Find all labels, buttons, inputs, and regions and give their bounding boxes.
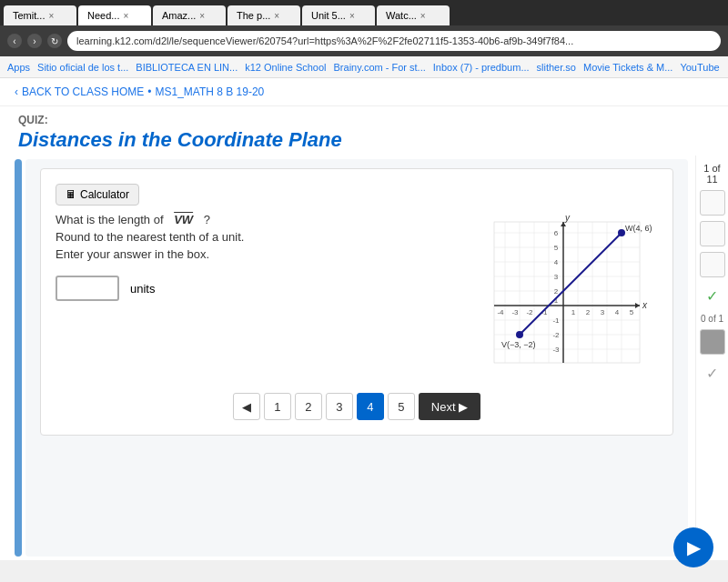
- tab-close-3[interactable]: ×: [199, 11, 205, 21]
- unit-label: units: [130, 282, 155, 296]
- url-bar[interactable]: learning.k12.com/d2l/le/sequenceViewer/6…: [67, 31, 721, 51]
- graph-svg: x y -4 -3 -2 -1 1 2 3 4 5: [476, 213, 658, 372]
- tab-4[interactable]: The p... ×: [228, 5, 300, 25]
- svg-text:2: 2: [554, 287, 559, 296]
- svg-point-44: [618, 229, 625, 236]
- svg-text:-2: -2: [526, 308, 533, 316]
- back-navigation[interactable]: ‹ BACK TO CLASS HOME • MS1_MATH 8 B 19-2…: [0, 78, 728, 106]
- sidebar-check-icon: ✓: [700, 283, 725, 308]
- browser-chrome: Temit... × Need... × Amaz... × The p... …: [0, 0, 728, 56]
- svg-text:4: 4: [615, 308, 620, 316]
- svg-text:x: x: [642, 300, 648, 310]
- content-area: 🖩 Calculator What is the length of VW ? …: [0, 156, 728, 560]
- bookmark-inbox[interactable]: Inbox (7) - predbum...: [433, 62, 530, 73]
- tab-close-5[interactable]: ×: [349, 11, 355, 21]
- svg-text:y: y: [564, 213, 571, 223]
- tab-close-4[interactable]: ×: [274, 11, 279, 21]
- calculator-button[interactable]: 🖩 Calculator: [56, 184, 139, 206]
- quiz-title: Distances in the Coordinate Plane: [18, 128, 710, 152]
- page-btn-4[interactable]: 4: [357, 393, 384, 420]
- bookmark-brainy[interactable]: Brainy.com - For st...: [334, 62, 426, 73]
- svg-text:-1: -1: [552, 316, 560, 325]
- prev-page-button[interactable]: ◀: [233, 393, 260, 420]
- back-label: BACK TO CLASS HOME: [22, 85, 144, 98]
- question-text-block: What is the length of VW ? Round to the …: [56, 213, 461, 375]
- svg-text:-3: -3: [552, 346, 560, 354]
- tab-close-6[interactable]: ×: [420, 11, 426, 21]
- bookmark-movie[interactable]: Movie Tickets & M...: [583, 62, 672, 73]
- nav-separator: •: [147, 85, 151, 98]
- page-btn-1[interactable]: 1: [264, 393, 291, 420]
- next-button[interactable]: Next ▶: [419, 393, 480, 420]
- bookmark-slither[interactable]: slither.so: [537, 62, 576, 73]
- quiz-card: 🖩 Calculator What is the length of VW ? …: [40, 168, 673, 436]
- answer-row: units: [56, 276, 461, 301]
- refresh-btn[interactable]: ↻: [47, 34, 62, 48]
- bookmark-apps[interactable]: Apps: [7, 62, 30, 73]
- sidebar-answer-box-1: [700, 190, 725, 216]
- sidebar-answer-box-2: [700, 221, 725, 246]
- calculator-icon: 🖩: [66, 188, 76, 201]
- tab-6[interactable]: Watc... ×: [377, 5, 450, 25]
- tab-close-2[interactable]: ×: [123, 11, 128, 21]
- tab-2[interactable]: Need... ×: [78, 5, 151, 25]
- bookmark-youtube[interactable]: YouTube: [680, 62, 719, 73]
- svg-text:V(−3, −2): V(−3, −2): [501, 340, 536, 349]
- svg-text:5: 5: [554, 244, 559, 252]
- tab-3[interactable]: Amaz... ×: [153, 5, 226, 25]
- bookmark-k12[interactable]: k12 Online School: [245, 62, 326, 73]
- question-area: What is the length of VW ? Round to the …: [56, 213, 658, 375]
- page-btn-3[interactable]: 3: [326, 393, 353, 420]
- svg-text:-4: -4: [497, 308, 504, 316]
- page-btn-5[interactable]: 5: [388, 393, 415, 420]
- bookmark-sitio[interactable]: Sitio oficial de los t...: [37, 62, 128, 73]
- tab-1[interactable]: Temit... ×: [4, 5, 76, 25]
- segment-label: VW: [174, 213, 193, 226]
- page-btn-2[interactable]: 2: [295, 393, 322, 420]
- svg-text:1: 1: [571, 308, 576, 316]
- course-label: MS1_MATH 8 B 19-20: [155, 85, 264, 98]
- quiz-label: QUIZ:: [18, 114, 710, 126]
- sidebar-answer-box-3: [700, 252, 725, 277]
- question-line-2: Round to the nearest tenth of a unit.: [56, 230, 461, 244]
- svg-text:-2: -2: [552, 331, 560, 339]
- back-browser-btn[interactable]: ‹: [7, 34, 22, 48]
- svg-point-45: [516, 331, 523, 338]
- svg-text:3: 3: [601, 308, 605, 316]
- svg-text:2: 2: [586, 308, 591, 316]
- tab-5[interactable]: Unit 5... ×: [302, 5, 375, 25]
- left-stripe: [15, 159, 22, 557]
- page-content: ‹ BACK TO CLASS HOME • MS1_MATH 8 B 19-2…: [0, 78, 728, 560]
- svg-text:-3: -3: [511, 308, 519, 316]
- coordinate-graph: x y -4 -3 -2 -1 1 2 3 4 5: [476, 213, 658, 375]
- answer-input[interactable]: [56, 276, 119, 301]
- score-label: 0 of 1: [701, 314, 723, 324]
- tab-close-1[interactable]: ×: [48, 11, 54, 21]
- svg-text:4: 4: [554, 258, 559, 266]
- next-floating-button[interactable]: ▶: [673, 527, 713, 567]
- svg-text:5: 5: [630, 308, 634, 316]
- svg-text:W(4, 6): W(4, 6): [625, 224, 652, 233]
- page-header: QUIZ: Distances in the Coordinate Plane: [0, 106, 728, 156]
- address-bar: ‹ › ↻ learning.k12.com/d2l/le/sequenceVi…: [0, 25, 728, 56]
- pagination: ◀ 1 2 3 4 5 Next ▶: [56, 393, 658, 420]
- sidebar-score-box: [700, 329, 725, 355]
- question-count: 1 of 11: [700, 163, 724, 185]
- question-line-3: Enter your answer in the box.: [56, 247, 461, 261]
- question-line-1: What is the length of VW ?: [56, 213, 461, 226]
- bookmark-biblioteca[interactable]: BIBLIOTECA EN LIN...: [136, 62, 238, 73]
- bookmarks-bar: Apps Sitio oficial de los t... BIBLIOTEC…: [0, 56, 728, 78]
- forward-browser-btn[interactable]: ›: [27, 34, 42, 48]
- tab-bar: Temit... × Need... × Amaz... × The p... …: [0, 0, 728, 25]
- back-arrow-icon: ‹: [15, 85, 18, 98]
- svg-text:6: 6: [554, 229, 559, 237]
- main-panel: 🖩 Calculator What is the length of VW ? …: [25, 159, 688, 557]
- right-sidebar: 1 of 11 ✓ 0 of 1 ✓: [695, 156, 728, 560]
- sidebar-check-icon-2: ✓: [700, 360, 725, 386]
- svg-text:3: 3: [554, 273, 559, 281]
